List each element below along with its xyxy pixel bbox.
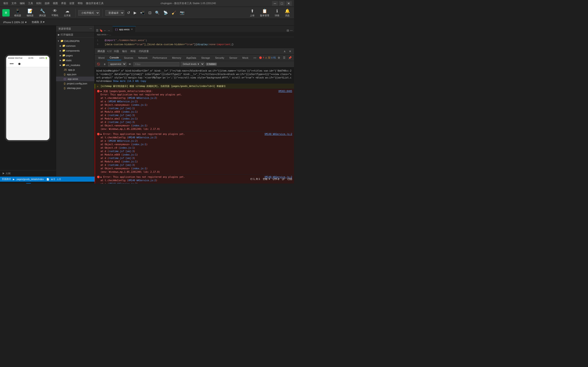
menu-wechat-devtools[interactable]: 微信开发者工具 [85, 1, 104, 6]
tree-item-project-config[interactable]: {} project.config.json [56, 81, 95, 86]
tree-item-static[interactable]: ▶ 📁 static [56, 58, 95, 63]
tab-appdata[interactable]: AppData [184, 56, 199, 60]
link2-index-2[interactable]: index.js:1 [123, 153, 137, 156]
mail-btn[interactable]: ✉ [33, 182, 40, 184]
menu-file[interactable]: 文件 [10, 1, 17, 6]
editor-forward-btn[interactable]: → [107, 29, 110, 32]
link2-vm140-2[interactable]: VM140 WAService.js:2 [109, 140, 137, 142]
menu-project[interactable]: 项目 [2, 1, 9, 6]
link3-vm140-1[interactable]: VM140 WAService.js:2 [128, 179, 156, 182]
devtools-console-label[interactable]: 调试器 [96, 49, 106, 53]
tree-root[interactable]: ▼ 📁 CHUJINGPIN [56, 39, 95, 43]
tab-sensor[interactable]: Sensor [227, 56, 240, 60]
tab-security[interactable]: Security [213, 56, 226, 60]
notification-btn[interactable]: 🔔 [286, 182, 292, 184]
console-clear-btn[interactable]: 🚫 [96, 62, 101, 66]
explorer-taskbar-btn[interactable]: 📁 [17, 182, 24, 184]
code-quality-tab[interactable]: 代码质量 [138, 49, 150, 53]
link-runtime-2[interactable]: runtime.js? [sm]:3 [109, 114, 134, 117]
explorer-menu-icon[interactable]: ⋯ [90, 27, 92, 30]
link3-vm140-2[interactable]: VM140 WAService.js:2 [109, 183, 137, 184]
devtools-expand-btn[interactable]: ∧ [283, 49, 287, 53]
tree-item-uni-modules[interactable]: ▶ 📁 uni_modules [56, 63, 95, 67]
error-filename-1[interactable]: VM383:8405 [278, 90, 292, 93]
screenshot-toggle[interactable]: 热截取 关▼ [30, 20, 46, 24]
clean-btn[interactable]: 🧹 [171, 10, 177, 16]
split-btn[interactable]: ⊡ [147, 10, 152, 16]
editor-content[interactable]: 1 @import './common/main.wxss' ; 3 [data… [95, 37, 294, 48]
edge-btn[interactable]: e [25, 182, 32, 184]
filter-input[interactable] [133, 62, 179, 66]
problems-tab[interactable]: 问题 [113, 49, 120, 53]
console-pause-btn[interactable]: ⏸ [103, 62, 107, 66]
debugger-btn[interactable]: 🔧 调试器 [37, 8, 48, 18]
maximize-button[interactable]: □ [279, 1, 285, 6]
link-index-4[interactable]: index.js:1 [132, 124, 146, 127]
tree-item-common[interactable]: ▶ 📁 common [56, 43, 95, 48]
error-filename-2[interactable]: VM140 WAService.js:2 [265, 132, 292, 136]
screenshot-btn[interactable]: 📷 [179, 10, 185, 16]
link2-index-c9[interactable]: index.js:1 [120, 147, 134, 149]
tree-item-app-js[interactable]: JS app.js [56, 67, 95, 72]
menu-select[interactable]: 选择 [44, 1, 51, 6]
tree-item-app-wxss[interactable]: { } app.wxss [56, 77, 95, 81]
visualize-btn[interactable]: 👁 可视化 [50, 8, 60, 18]
tree-item-pages[interactable]: ▶ 📁 pages [56, 53, 95, 58]
console-filter-btn[interactable]: ☰ [282, 56, 286, 60]
mode-select[interactable]: 小程序模式 插件模式 [78, 10, 100, 16]
console-pin-btn[interactable]: 📌 [287, 56, 293, 60]
outline-expand[interactable]: ▶ 大纲 [2, 172, 10, 175]
link-index-3[interactable]: index.js:1 [123, 117, 137, 120]
editor-more-btn[interactable]: ⋯ [290, 29, 293, 32]
copy-link[interactable]: Copy [141, 80, 146, 82]
link-vm140-1[interactable]: VM140 WAService.js:2 [128, 97, 156, 99]
tab-close-icon[interactable]: ✕ [131, 28, 133, 31]
play-btn[interactable]: ▶ [133, 10, 137, 16]
devtools-close-btn[interactable]: ✕ [288, 49, 292, 53]
menu-view[interactable]: 视图 [52, 1, 59, 6]
refresh-btn[interactable]: ↺ [126, 10, 131, 16]
simulator-btn[interactable]: 📱 模拟器 [12, 8, 23, 18]
tab-more[interactable]: >> [251, 56, 259, 60]
tab-network[interactable]: Network [136, 56, 150, 60]
editor-menu-btn[interactable]: ☰ [96, 29, 99, 32]
menu-settings[interactable]: 设置 [69, 1, 75, 6]
link-runtime-1[interactable]: runtime.js? [sm]:1 [109, 107, 134, 110]
tab-sources[interactable]: Sources [122, 56, 136, 60]
tab-mock[interactable]: Mock [240, 56, 251, 60]
link-index-1[interactable]: index.js:1 [132, 104, 146, 106]
level-select[interactable]: Default levels ▼ All levels Verbose Info… [181, 62, 204, 66]
show-more-link[interactable]: Show more (14.3 kB) [113, 80, 139, 82]
tab-storage[interactable]: Storage [199, 56, 212, 60]
link-index-2[interactable]: index.js:1 [123, 110, 137, 113]
menu-edit[interactable]: 编辑 [19, 1, 26, 6]
link2-runtime-3[interactable]: runtime.js? [sm]:3 [109, 164, 134, 166]
tree-item-components[interactable]: ▶ 📁 components [56, 48, 95, 53]
tab-memory[interactable]: Memory [170, 56, 183, 60]
tab-performance[interactable]: Performance [150, 56, 169, 60]
menu-help[interactable]: 帮助 [77, 1, 84, 6]
network-btn[interactable]: 📡 [162, 10, 169, 16]
device-btn[interactable]: 📲 [139, 10, 146, 16]
menu-interface[interactable]: 界面 [60, 1, 67, 6]
cloud-btn[interactable]: ☁ 云开发 [62, 8, 73, 18]
link2-index-4[interactable]: index.js:1 [132, 167, 146, 170]
terminal-tab[interactable]: 终端 [130, 49, 137, 53]
minimize-button[interactable]: ─ [272, 1, 278, 6]
editor-tab-app-wxss[interactable]: { } app.wxss ✕ [112, 26, 136, 32]
link-vm140-2[interactable]: VM140 WAService.js:2 [109, 100, 137, 103]
editor-bookmark-btn[interactable]: 🔖 [99, 29, 103, 32]
link2-runtime-2[interactable]: runtime.js? [sm]:3 [109, 157, 134, 159]
tree-item-sitemap[interactable]: {} sitemap.json [56, 86, 95, 90]
link2-runtime-1[interactable]: runtime.js? [sm]:3 [109, 150, 134, 152]
menu-goto[interactable]: 转到 [35, 1, 42, 6]
service-select[interactable]: appservice webview [108, 62, 126, 66]
link-runtime-3[interactable]: runtime.js? [sm]:3 [109, 121, 134, 123]
compile-select[interactable]: 普通编译 条件编译 [105, 10, 124, 16]
editor-btn[interactable]: 📝 编辑器 [25, 8, 35, 18]
menu-tool[interactable]: 工具 [27, 1, 34, 6]
eye-btn[interactable]: 👁 [128, 62, 132, 66]
console-settings-btn[interactable]: ⚙ [277, 56, 281, 60]
editor-back-btn[interactable]: ← [104, 29, 107, 32]
tree-item-app-json[interactable]: {} app.json [56, 72, 95, 77]
